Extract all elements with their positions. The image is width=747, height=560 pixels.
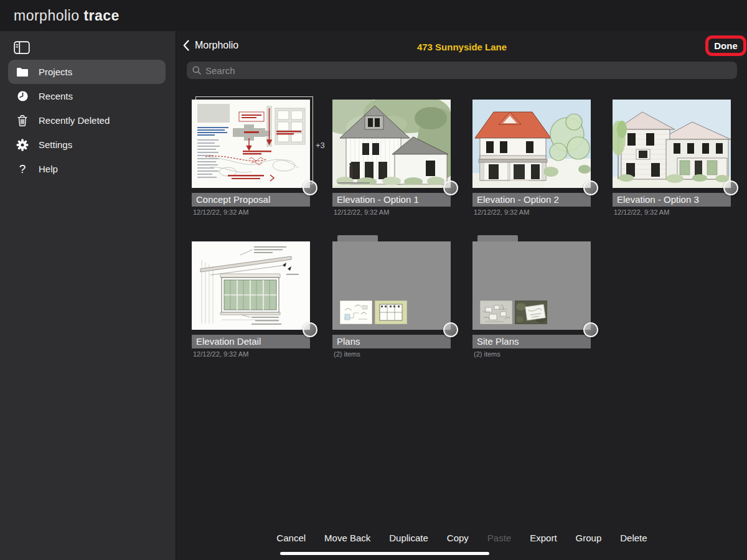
project-name: Elevation - Option 2 [472,193,591,207]
sidebar-item-label: Settings [39,139,72,150]
sidebar-item-help[interactable]: ? Help [8,157,166,181]
elevation-option-2-thumbnail [472,100,591,188]
sidebar-item-label: Recently Deleted [39,115,110,126]
elevation-option-3-art [613,100,731,188]
selection-circle[interactable] [303,322,317,337]
page-title: 473 Sunnyside Lane [177,42,747,52]
clock-icon [15,90,30,103]
sidebar-nav: Projects Recents Recently Deleted Settin… [0,60,176,181]
sidebar-item-label: Help [39,164,58,174]
elevation-option-2-art [472,100,591,188]
project-name: Plans [332,335,451,348]
project-name: Site Plans [472,335,591,348]
toolbar-cancel-button[interactable]: Cancel [276,533,306,543]
plans-folder-thumbnail [332,241,451,330]
folder-icon [15,66,30,78]
project-meta: 12/12/22, 9:32 AM [334,208,389,216]
selection-circle[interactable] [723,180,738,195]
project-meta: (2) items [474,350,500,358]
site-plans-folder-thumbnail [472,241,591,330]
toolbar-export-button[interactable]: Export [530,533,557,543]
project-card-elevation-option-1[interactable]: Elevation - Option 1 12/12/22, 9:32 AM [332,100,451,188]
toolbar-duplicate-button[interactable]: Duplicate [389,533,428,543]
search-icon [192,65,202,75]
plans-mini-site-sketch [340,301,372,324]
toolbar-copy-button[interactable]: Copy [447,533,469,543]
sidebar-item-settings[interactable]: Settings [8,133,166,157]
toolbar-move-back-button[interactable]: Move Back [324,533,370,543]
sidebar-toggle-button[interactable] [14,41,30,54]
search-bar [187,62,737,79]
done-button[interactable]: Done [714,40,738,51]
project-card-concept-proposal[interactable]: +3 Concept Proposal 12/12/22, 9:32 AM [192,100,310,188]
project-name: Concept Proposal [192,193,310,207]
project-name: Elevation - Option 1 [332,193,451,207]
annotation-highlight: Done [705,35,746,56]
project-card-plans-folder[interactable]: Plans (2) items [332,241,451,330]
project-meta: 12/12/22, 9:32 AM [193,350,248,358]
project-meta: 12/12/22, 9:32 AM [474,208,529,216]
logo-morpholio: morpholio [14,7,80,24]
project-card-elevation-option-2[interactable]: Elevation - Option 2 12/12/22, 9:32 AM [472,100,591,188]
panel-toggle-icon [14,41,30,54]
project-meta: 12/12/22, 9:32 AM [614,208,669,216]
project-card-elevation-option-3[interactable]: Elevation - Option 3 12/12/22, 9:32 AM [613,100,731,188]
question-icon: ? [15,163,30,175]
selection-circle[interactable] [443,322,458,337]
search-input[interactable] [205,65,732,76]
plans-mini-floor-plan [375,301,407,324]
sidebar-item-recents[interactable]: Recents [8,84,166,108]
app-logo: morpholio trace [14,7,120,24]
sidebar-item-projects[interactable]: Projects [8,60,166,84]
bottom-toolbar: Cancel Move Back Duplicate Copy Paste Ex… [177,533,747,543]
elevation-option-1-thumbnail [332,100,451,188]
sidebar: Projects Recents Recently Deleted Settin… [0,31,176,560]
project-name: Elevation Detail [192,335,310,348]
elevation-option-1-art [332,100,451,188]
toolbar-paste-button: Paste [487,533,511,543]
toolbar-group-button[interactable]: Group [576,533,602,543]
project-card-site-plans-folder[interactable]: Site Plans (2) items [472,241,591,330]
toolbar-delete-button[interactable]: Delete [620,533,647,543]
logo-trace: trace [83,7,119,24]
project-meta: 12/12/22, 9:32 AM [193,208,248,216]
home-indicator[interactable] [280,552,489,555]
trash-icon [15,114,30,127]
sidebar-item-label: Recents [39,91,73,101]
concept-proposal-art [192,100,310,188]
site-plans-mini-map [480,301,512,324]
content-area: Morpholio 473 Sunnyside Lane Done [177,31,747,560]
project-meta: (2) items [334,350,360,358]
top-bar: morpholio trace [0,0,747,31]
site-plans-mini-aerial [515,301,547,324]
elevation-detail-thumbnail [192,241,310,330]
selection-circle[interactable] [583,322,598,337]
app-screen: morpholio trace Projects [0,0,747,560]
sidebar-item-label: Projects [39,67,72,77]
project-card-elevation-detail[interactable]: Elevation Detail 12/12/22, 9:32 AM [192,241,310,330]
project-name: Elevation - Option 3 [613,193,731,207]
folder-tab [477,235,518,241]
selection-circle[interactable] [583,180,598,195]
selection-circle[interactable] [303,180,317,195]
folder-tab [337,235,378,241]
elevation-detail-art [192,241,310,330]
selection-circle[interactable] [443,180,458,195]
gear-icon [15,139,30,151]
stack-count-badge: +3 [316,141,325,150]
elevation-option-3-thumbnail [613,100,731,188]
sidebar-item-recently-deleted[interactable]: Recently Deleted [8,108,166,133]
concept-proposal-thumbnail [192,100,310,188]
